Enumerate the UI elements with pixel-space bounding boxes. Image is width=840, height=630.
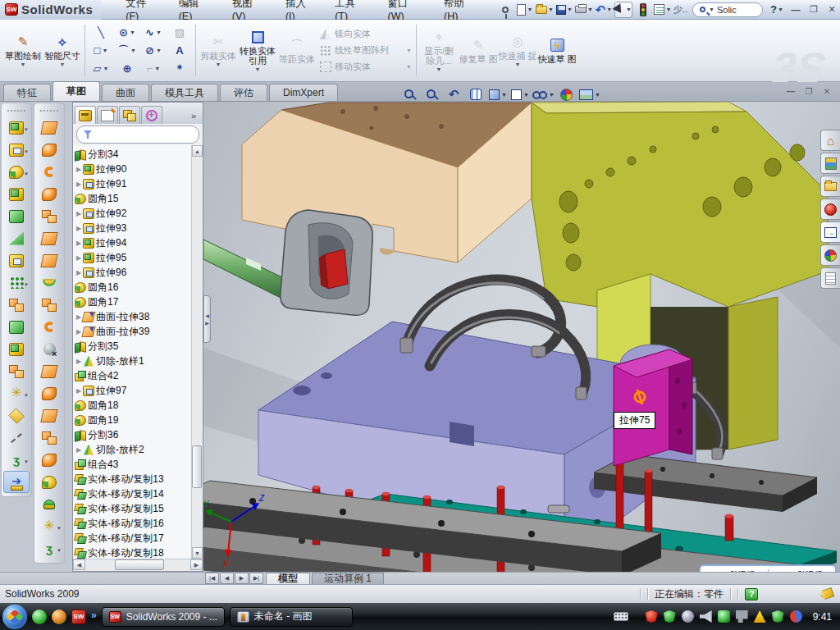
feature-tree-item[interactable]: 圆角18 [75,398,191,413]
selection-tool[interactable]: ▨ [167,24,193,42]
feature-tree-item[interactable]: 分割36 [75,427,191,442]
feature-tree-item[interactable]: ▶ 拉伸95 [75,250,191,265]
feature-tree-item[interactable]: ▶ 拉伸96 [75,265,191,280]
edit-appearance-button[interactable] [557,85,577,103]
extruded-cut-icon[interactable]: ▼ [3,139,30,161]
lofted-surface-icon[interactable] [36,183,62,205]
swept-boss-icon[interactable] [3,183,30,205]
plane-icon[interactable] [3,404,30,427]
tray-volume-icon[interactable] [700,610,712,623]
trim-surface-icon[interactable] [36,427,62,449]
convert-entities-button[interactable]: 转换实体引用 ▼ [238,20,277,81]
sketch-button[interactable]: ✎ 草图绘制 ▼ [3,20,43,81]
hide-show-items-button[interactable]: ▼ [532,85,555,103]
quick-tips-icon[interactable]: ? [745,588,758,600]
search-input[interactable]: ▼ Solic [692,2,763,17]
propertymanager-tab[interactable] [97,106,118,124]
tab-overflow-chevron[interactable]: » [191,111,201,124]
ribbon-tab[interactable]: 模具工具 [151,84,218,101]
expand-arrow-icon[interactable]: ▶ [75,210,83,217]
linear-pattern-icon[interactable]: ▼ [3,272,30,294]
quicklaunch-media-icon[interactable] [52,609,66,624]
boundary-surface-icon[interactable] [36,205,62,227]
move-copy-body-icon[interactable] [3,360,30,382]
featuremanager-tab[interactable] [75,106,96,124]
scroll-left-arrow[interactable]: ◀ [73,559,85,570]
reference-geometry-2-icon[interactable]: ✳ ▼ [36,515,62,537]
extruded-surface-icon[interactable] [36,116,62,139]
display-style-button[interactable]: ▼ [510,85,530,103]
restore-button[interactable]: ❐ [806,3,822,16]
close-button[interactable]: ✕ [824,3,840,16]
feature-tree-item[interactable]: 分割34 [75,147,191,162]
file-explorer-tab[interactable] [820,176,840,197]
helix-spiral-icon[interactable]: ʒ ▼ [36,537,62,559]
expand-arrow-icon[interactable]: ▶ [75,166,83,173]
combine-icon[interactable] [3,294,30,316]
arc-tool[interactable]: ⌒ ▼ [114,42,140,60]
line-tool[interactable]: ╲ [88,24,114,42]
flex-icon[interactable] [36,316,62,338]
fillet-icon[interactable]: ▼ [3,161,30,183]
feature-tree-item[interactable]: 实体-移动/复制14 [75,486,191,501]
doc-close-button[interactable]: ✕ [820,85,833,97]
feature-tree-item[interactable]: 圆角17 [75,294,191,309]
slot-tool[interactable]: ▱ ▼ [88,60,114,78]
feature-tree-item[interactable]: 分割35 [75,339,191,354]
delete-face-icon[interactable] [36,338,62,360]
text-tool[interactable]: A [167,42,193,60]
feature-tree-item[interactable]: ▶ 拉伸92 [75,206,191,221]
instant3d-icon[interactable]: ➔ [3,471,30,493]
curves-icon[interactable]: ʒ ▼ [3,449,30,471]
ribbon-tab[interactable]: 评估 [220,84,267,101]
tray-update-icon[interactable] [682,610,694,623]
expand-arrow-icon[interactable]: ▶ [75,358,83,365]
ribbon-tab[interactable]: 曲面 [102,84,149,101]
undo-button[interactable]: ↶▼ [595,2,613,18]
planar-surface-icon[interactable] [36,249,62,272]
feature-tree-item[interactable]: 实体-移动/复制13 [75,472,191,486]
feature-tree-item[interactable]: 实体-移动/复制15 [75,501,191,516]
polygon-tool[interactable]: ⊕ [114,60,140,78]
feature-tree-item[interactable]: 圆角15 [75,191,191,206]
zoom-fit-button[interactable] [399,85,419,103]
filled-surface-icon[interactable] [36,471,62,493]
part-insert-block[interactable] [614,349,692,466]
reference-geometry-icon[interactable]: ✳ ▼ [3,382,30,404]
shell-icon[interactable] [3,205,30,227]
dimxpertmanager-tab[interactable] [141,106,162,124]
part-sprue-assembly[interactable] [203,210,372,315]
move-entities-button[interactable]: 移动实体 ▼ [317,60,413,75]
feature-tree-item[interactable]: ▶ 切除-放样2 [75,442,191,457]
ribbon-tab[interactable]: DimXpert [269,84,338,101]
expand-arrow-icon[interactable]: ▶ [75,240,83,247]
3d-model-view[interactable]: X Y Z [203,102,840,572]
feature-tree-item[interactable]: ▶ 曲面-拉伸39 [75,324,191,339]
vertical-scroll-thumb[interactable] [192,445,202,488]
feature-tree-item[interactable]: ▶ 拉伸90 [75,162,191,176]
thicken-icon[interactable] [36,294,62,316]
rectangle-tool[interactable]: □ ▼ [88,42,114,60]
quicklaunch-messenger-icon[interactable] [32,609,47,624]
circle-tool[interactable]: ⊙ ▼ [114,24,140,42]
taskbar-window-button[interactable]: 未命名 - 画图 [230,607,353,627]
scroll-down-arrow[interactable]: ▼ [192,547,203,559]
tray-shield-plus-icon[interactable] [772,610,784,623]
print-button[interactable]: ▼ [575,2,593,18]
previous-tab-button[interactable]: ◀ [220,573,234,584]
solidworks-search-tab[interactable] [820,199,840,220]
swept-surface-icon[interactable] [36,161,62,183]
doc-restore-button[interactable]: ❐ [802,85,815,97]
document-tab[interactable]: 模型 [266,573,310,584]
first-tab-button[interactable]: |◀ [205,573,219,584]
expand-arrow-icon[interactable]: ▶ [75,225,83,232]
document-tab[interactable]: 运动算例 1 [312,573,384,584]
feature-tree-item[interactable]: 圆角16 [75,280,191,294]
horizontal-scroll-thumb[interactable] [115,559,164,570]
expand-arrow-icon[interactable]: ▶ [75,180,83,188]
linear-sketch-pattern-button[interactable]: 线性草图阵列 ▼ [317,43,413,58]
feature-tree-item[interactable]: 圆角19 [75,413,191,427]
feature-tree-item[interactable]: 组合43 [75,457,191,472]
replace-face-icon[interactable] [36,360,62,382]
ribbon-tab[interactable]: 特征 [3,84,51,101]
